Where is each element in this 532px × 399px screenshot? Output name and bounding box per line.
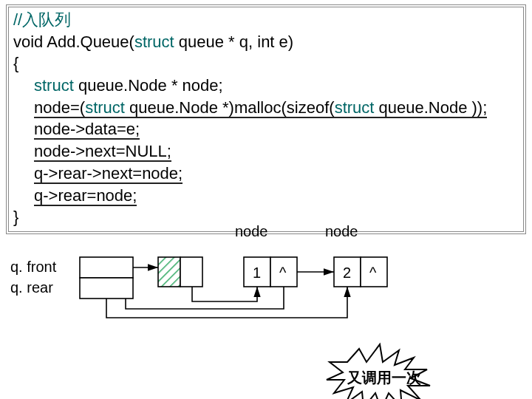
code-malloc: node=(struct queue.Node *)malloc(sizeof(… [13,97,519,119]
code-rear-next: q->rear->next=node; [13,163,519,185]
code-assign-next: node->next=NULL; [13,140,519,163]
q-front-cell [80,257,133,278]
code-rear-assign: q->rear=node; [13,185,519,207]
node2-value: 2 [343,265,351,281]
code-signature: void Add.Queue(struct queue * q, int e) [13,31,519,53]
code-decl: struct queue.Node * node; [13,75,519,97]
arrow-dummy-to-node1 [192,287,257,301]
starburst-text: 又调用一次 [347,369,422,386]
comment-text: //入队列 [13,10,71,29]
node1-label: node [235,223,268,239]
node1-value: 1 [253,265,261,281]
code-assign-data: node->data=e; [13,118,519,140]
code-comment: //入队列 [13,9,519,31]
dummy-data-cell [158,257,180,287]
arrow-rear-to-node2 [106,287,347,318]
qfront-label: q. front [10,259,57,275]
arrow-rear-to-node1 [126,287,284,309]
q-rear-cell [80,278,133,299]
node2-label: node [325,223,358,239]
queue-diagram: q. front q. rear node 1 ^ node 2 ^ 又调用一次 [0,222,532,399]
dummy-next-cell [180,257,202,287]
node1-caret: ^ [279,265,287,281]
node2-caret: ^ [369,265,377,281]
qrear-label: q. rear [10,279,53,296]
code-block: //入队列 void Add.Queue(struct queue * q, i… [6,4,526,234]
code-open-brace: { [13,52,519,75]
